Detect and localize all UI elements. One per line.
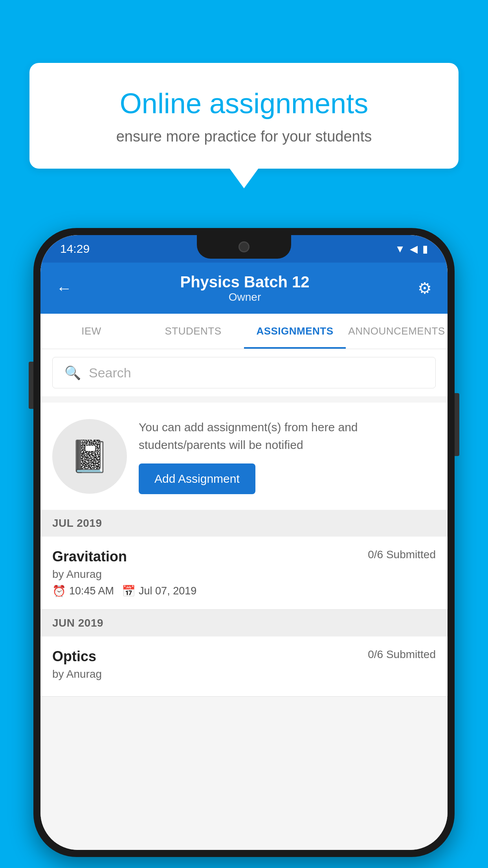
header-title-group: Physics Batch 12 Owner <box>72 273 418 303</box>
assignment-item-optics[interactable]: Optics 0/6 Submitted by Anurag <box>40 636 448 697</box>
app-header: ← Physics Batch 12 Owner ⚙ <box>40 263 448 314</box>
speech-bubble-title: Online assignments <box>57 86 431 120</box>
promo-description: You can add assignment(s) from here and … <box>139 418 436 454</box>
assignment-submitted: 0/6 Submitted <box>368 548 436 561</box>
tab-announcements[interactable]: ANNOUNCEMENTS <box>346 314 448 349</box>
phone-volume-button <box>29 362 33 409</box>
speech-bubble-subtitle: ensure more practice for your students <box>57 128 431 145</box>
calendar-icon: 📅 <box>122 585 136 598</box>
search-bar[interactable]: 🔍 Search <box>52 357 436 388</box>
assignment-name: Gravitation <box>52 548 127 565</box>
assignment-meta: ⏰ 10:45 AM 📅 Jul 07, 2019 <box>52 585 436 598</box>
search-icon: 🔍 <box>64 365 81 381</box>
notebook-icon: 📓 <box>70 438 109 475</box>
status-time: 14:29 <box>60 242 90 256</box>
settings-button[interactable]: ⚙ <box>418 279 432 297</box>
assignment-top-row-optics: Optics 0/6 Submitted <box>52 648 436 665</box>
speech-bubble-wrapper: Online assignments ensure more practice … <box>29 63 459 169</box>
tabs-bar: IEW STUDENTS ASSIGNMENTS ANNOUNCEMENTS <box>40 314 448 349</box>
content-area: 🔍 Search 📓 You can add assignment(s) fro… <box>40 349 448 850</box>
search-placeholder: Search <box>89 365 131 381</box>
header-title: Physics Batch 12 <box>72 273 418 291</box>
phone-screen: 14:29 ▼ ◀ ▮ ← Physics Batch 12 Owner ⚙ <box>40 235 448 850</box>
assignment-date: 📅 Jul 07, 2019 <box>122 585 196 598</box>
battery-icon: ▮ <box>422 243 428 255</box>
section-header-jun2019: JUN 2019 <box>40 610 448 636</box>
tab-students[interactable]: STUDENTS <box>142 314 244 349</box>
assignment-time: ⏰ 10:45 AM <box>52 585 114 598</box>
signal-icon: ◀ <box>410 243 418 255</box>
assignment-item-gravitation[interactable]: Gravitation 0/6 Submitted by Anurag ⏰ 10… <box>40 537 448 610</box>
assignment-name-optics: Optics <box>52 648 96 665</box>
phone-content: 14:29 ▼ ◀ ▮ ← Physics Batch 12 Owner ⚙ <box>40 235 448 850</box>
back-button[interactable]: ← <box>56 280 72 297</box>
clock-icon: ⏰ <box>52 585 66 598</box>
speech-bubble: Online assignments ensure more practice … <box>29 63 459 169</box>
assignment-promo: 📓 You can add assignment(s) from here an… <box>40 403 448 510</box>
header-subtitle: Owner <box>72 291 418 303</box>
assignment-author: by Anurag <box>52 568 436 581</box>
phone-notch <box>197 235 291 259</box>
assignment-author-optics: by Anurag <box>52 668 436 680</box>
tab-assignments[interactable]: ASSIGNMENTS <box>244 314 346 349</box>
promo-text-group: You can add assignment(s) from here and … <box>139 418 436 494</box>
assignment-top-row: Gravitation 0/6 Submitted <box>52 548 436 565</box>
add-assignment-button[interactable]: Add Assignment <box>139 463 255 494</box>
phone-frame: 14:29 ▼ ◀ ▮ ← Physics Batch 12 Owner ⚙ <box>33 228 455 857</box>
phone-power-button <box>455 393 459 456</box>
status-icons: ▼ ◀ ▮ <box>395 243 428 255</box>
tab-iew[interactable]: IEW <box>40 314 142 349</box>
wifi-icon: ▼ <box>395 243 405 255</box>
phone-camera <box>238 241 250 252</box>
promo-icon-circle: 📓 <box>52 419 127 494</box>
search-container: 🔍 Search <box>40 349 448 396</box>
section-header-jul2019: JUL 2019 <box>40 510 448 537</box>
assignment-submitted-optics: 0/6 Submitted <box>368 648 436 661</box>
